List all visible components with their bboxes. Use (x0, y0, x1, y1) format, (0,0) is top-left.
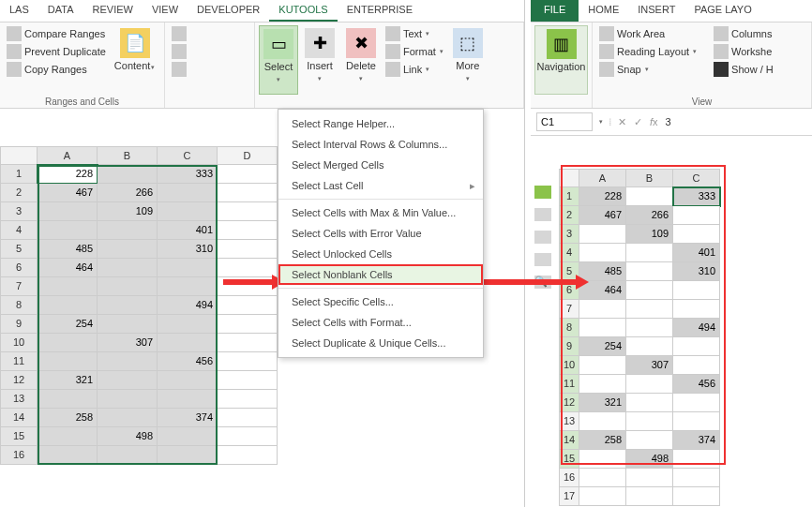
text-button[interactable]: Text▾ (383, 25, 446, 42)
row-header[interactable]: 11 (0, 352, 38, 371)
cell[interactable] (98, 165, 158, 184)
cell[interactable] (38, 446, 98, 465)
menu-item[interactable]: Select Range Helper... (278, 113, 483, 134)
to-actual-button[interactable] (169, 25, 192, 42)
cell[interactable] (158, 334, 218, 352)
name-box[interactable] (536, 112, 593, 131)
cell[interactable] (673, 206, 720, 225)
cell[interactable] (673, 300, 720, 319)
cell[interactable] (218, 446, 278, 465)
cell[interactable]: 321 (579, 394, 626, 412)
reading-layout-button[interactable]: Reading Layout▾ (596, 43, 699, 60)
cell[interactable]: 401 (158, 221, 218, 240)
col-header[interactable]: B (626, 169, 673, 187)
tab-insert[interactable]: INSERT (628, 0, 684, 22)
namebox-dropdown-icon[interactable]: ▾ (599, 118, 603, 126)
cell[interactable]: 321 (38, 371, 98, 390)
cell[interactable] (626, 244, 673, 262)
row-header[interactable]: 15 (0, 427, 38, 446)
delete-button[interactable]: ✖ Delete▾ (341, 25, 381, 95)
row-header[interactable]: 17 (559, 487, 579, 506)
nav-names-icon[interactable] (534, 231, 551, 244)
tab-home[interactable]: HOME (579, 0, 628, 22)
cell[interactable]: 266 (626, 206, 673, 225)
cell[interactable] (626, 262, 673, 281)
cell[interactable] (158, 184, 218, 202)
cell[interactable]: 374 (158, 409, 218, 427)
col-header[interactable]: C (673, 169, 720, 187)
tab-page-layo[interactable]: PAGE LAYO (684, 0, 760, 22)
copy-ranges-button[interactable]: Copy Ranges (4, 61, 109, 78)
tab-las[interactable]: LAS (0, 0, 38, 22)
cell[interactable] (626, 469, 673, 487)
cell[interactable]: 467 (579, 206, 626, 225)
row-header[interactable]: 9 (0, 315, 38, 334)
col-header[interactable]: A (579, 169, 626, 187)
cell[interactable] (38, 334, 98, 352)
col-header[interactable]: B (98, 146, 158, 165)
cell[interactable] (673, 469, 720, 487)
col-header[interactable]: D (218, 146, 278, 165)
cell[interactable] (626, 412, 673, 431)
cell[interactable] (626, 319, 673, 337)
cell[interactable] (98, 390, 158, 409)
row-header[interactable]: 8 (559, 319, 579, 337)
row-header[interactable]: 1 (0, 165, 38, 184)
cell[interactable]: 258 (579, 431, 626, 450)
row-header[interactable]: 1 (559, 187, 579, 206)
cell[interactable]: 401 (673, 244, 720, 262)
row-header[interactable]: 11 (559, 375, 579, 394)
row-header[interactable]: 3 (0, 202, 38, 221)
cell[interactable] (218, 259, 278, 277)
menu-item[interactable]: Select Cells with Max & Min Value... (278, 202, 483, 223)
cell[interactable]: 494 (673, 319, 720, 337)
cell[interactable]: 228 (38, 165, 98, 184)
cell[interactable] (626, 375, 673, 394)
cell[interactable] (38, 427, 98, 446)
row-header[interactable]: 16 (559, 469, 579, 487)
compare-ranges-button[interactable]: Compare Ranges (4, 25, 109, 42)
cell[interactable] (38, 296, 98, 315)
row-header[interactable]: 3 (559, 225, 579, 244)
col-header[interactable]: C (158, 146, 218, 165)
menu-item[interactable]: Select Cells with Format... (278, 312, 483, 333)
cell[interactable]: 498 (626, 450, 673, 469)
cell[interactable]: 464 (38, 259, 98, 277)
menu-item[interactable]: Select Merged Cells (278, 155, 483, 175)
cell[interactable] (158, 427, 218, 446)
cell[interactable]: 498 (98, 427, 158, 446)
cell[interactable] (218, 221, 278, 240)
cell[interactable]: 485 (38, 240, 98, 259)
cell[interactable] (673, 394, 720, 412)
menu-item[interactable]: Select Nonblank Cells (278, 264, 483, 285)
row-header[interactable]: 7 (559, 300, 579, 319)
link-button[interactable]: Link▾ (383, 61, 446, 78)
cell[interactable] (218, 352, 278, 371)
cell[interactable]: 109 (98, 202, 158, 221)
row-header[interactable]: 6 (0, 259, 38, 277)
menu-item[interactable]: Select Cells with Error Value (278, 223, 483, 244)
row-header[interactable]: 9 (559, 337, 579, 356)
cancel-icon[interactable]: ✕ (618, 116, 626, 128)
cell[interactable]: 254 (579, 337, 626, 356)
cell[interactable] (673, 337, 720, 356)
fx-icon[interactable]: fx (650, 116, 658, 127)
menu-item[interactable]: Select Specific Cells... (278, 291, 483, 312)
cell[interactable] (579, 375, 626, 394)
cell[interactable] (158, 315, 218, 334)
row-header[interactable]: 10 (559, 356, 579, 375)
row-header[interactable]: 12 (559, 394, 579, 412)
cell[interactable] (218, 427, 278, 446)
tab-data[interactable]: DATA (38, 0, 83, 22)
tab-review[interactable]: REVIEW (83, 0, 143, 22)
cell[interactable] (626, 487, 673, 506)
row-header[interactable]: 7 (0, 277, 38, 296)
cell[interactable] (38, 221, 98, 240)
cell[interactable]: 307 (98, 334, 158, 352)
worksheets-button[interactable]: Workshe (711, 43, 776, 60)
cell[interactable]: 374 (673, 431, 720, 450)
cell[interactable] (579, 487, 626, 506)
cell[interactable] (579, 356, 626, 375)
row-header[interactable]: 14 (559, 431, 579, 450)
spreadsheet-right[interactable]: ABC1228333246726631094401548531064647849… (559, 163, 720, 506)
